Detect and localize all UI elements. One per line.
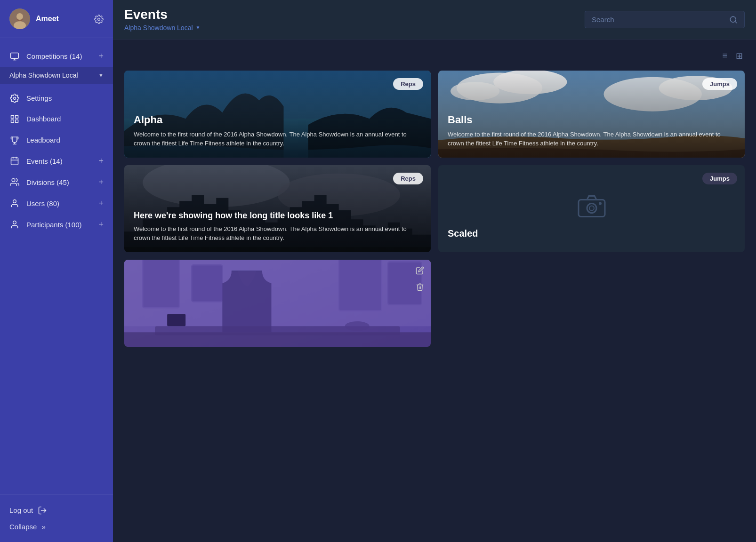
svg-point-16	[12, 179, 15, 182]
svg-point-17	[13, 200, 16, 203]
participants-add-icon[interactable]: +	[98, 220, 104, 230]
svg-line-21	[735, 21, 736, 23]
svg-rect-10	[11, 120, 14, 123]
card-content-balls: Balls Welcome to the first round of the …	[438, 71, 745, 158]
card-desc-balls: Welcome to the first round of the 2016 A…	[448, 130, 735, 148]
svg-point-36	[589, 206, 594, 211]
card-badge-alpha: Reps	[393, 78, 423, 90]
trophy-icon	[9, 135, 20, 145]
search-bar	[585, 11, 745, 28]
breadcrumb-chevron-icon: ▼	[196, 25, 201, 30]
settings-label: Settings	[26, 94, 104, 102]
svg-rect-8	[11, 116, 14, 119]
divisions-icon	[9, 177, 20, 187]
events-add-icon[interactable]: +	[98, 156, 104, 166]
divisions-add-icon[interactable]: +	[98, 177, 104, 187]
sidebar-item-users[interactable]: Users (80) +	[0, 193, 113, 214]
svg-point-3	[98, 18, 100, 20]
svg-point-37	[599, 202, 602, 205]
view-controls: ≡ ⊞	[124, 49, 745, 63]
gear-icon	[94, 15, 104, 24]
competitions-add-icon[interactable]: +	[98, 51, 104, 61]
logout-icon	[38, 506, 47, 515]
competitions-label: Competitions (14)	[26, 52, 92, 60]
delete-button[interactable]	[415, 282, 425, 295]
monitor-icon	[10, 52, 19, 61]
event-card-scaled[interactable]: Jumps Scaled	[438, 165, 745, 252]
participants-label: Participants (100)	[26, 221, 92, 229]
sidebar-dropdown: Alpha Showdown Local ▼	[0, 67, 113, 84]
card-row-clothing	[124, 260, 745, 347]
grid-view-button[interactable]: ⊞	[734, 49, 745, 63]
list-view-button[interactable]: ≡	[720, 49, 729, 63]
breadcrumb-label: Alpha Showdown Local	[124, 24, 193, 32]
card-actions	[415, 265, 425, 295]
collapse-button[interactable]: Collapse »	[9, 519, 104, 534]
event-card-long-title[interactable]: Reps Here we're showing how the long tit…	[124, 165, 431, 252]
sidebar: Ameet Competitions (14) + Alp	[0, 0, 113, 542]
camera-icon	[578, 194, 606, 223]
dashboard-label: Dashboard	[26, 115, 104, 123]
header: Events Alpha Showdown Local ▼	[113, 0, 756, 40]
avatar	[9, 8, 30, 29]
card-title-long-title: Here we're showing how the long title lo…	[134, 211, 421, 221]
sidebar-item-settings[interactable]: Settings	[0, 88, 113, 109]
event-card-balls[interactable]: Jumps Balls Welcome to the first round o…	[438, 71, 745, 158]
card-title-scaled: Scaled	[448, 228, 478, 239]
sidebar-item-events[interactable]: Events (14) +	[0, 151, 113, 172]
collapse-label: Collapse	[9, 523, 37, 531]
card-badge-balls: Jumps	[702, 78, 737, 90]
event-card-clothing[interactable]	[124, 260, 431, 347]
breadcrumb[interactable]: Alpha Showdown Local ▼	[124, 24, 200, 32]
sidebar-item-divisions[interactable]: Divisions (45) +	[0, 172, 113, 193]
dropdown-header[interactable]: Alpha Showdown Local ▼	[0, 67, 113, 84]
svg-rect-11	[16, 120, 18, 123]
leadboard-label: Leadboard	[26, 136, 104, 144]
svg-rect-4	[11, 53, 19, 58]
card-badge-long-title: Reps	[393, 173, 423, 184]
page-title: Events	[124, 8, 200, 22]
card-desc-alpha: Welcome to the first round of the 2016 A…	[134, 130, 421, 148]
competitions-icon	[9, 51, 20, 61]
sidebar-item-dashboard[interactable]: Dashboard	[0, 109, 113, 130]
profile-name: Ameet	[36, 15, 88, 23]
svg-rect-34	[579, 200, 605, 217]
main-content: Events Alpha Showdown Local ▼ ≡ ⊞	[113, 0, 756, 542]
participants-icon	[9, 220, 20, 230]
card-title-alpha: Alpha	[134, 114, 421, 126]
edit-button[interactable]	[415, 265, 425, 278]
card-content-long-title: Here we're showing how the long title lo…	[124, 165, 431, 252]
search-input[interactable]	[592, 16, 724, 24]
dropdown-label: Alpha Showdown Local	[9, 72, 95, 79]
chevron-down-icon: ▼	[98, 72, 104, 78]
svg-point-35	[587, 204, 596, 213]
card-badge-scaled: Jumps	[702, 173, 737, 184]
events-label: Events (14)	[26, 157, 92, 165]
dashboard-icon	[9, 114, 20, 124]
svg-point-18	[13, 221, 16, 224]
events-icon	[9, 156, 20, 166]
sidebar-item-competitions[interactable]: Competitions (14) +	[0, 46, 113, 67]
avatar-image	[9, 8, 30, 29]
profile-settings-icon[interactable]	[94, 14, 104, 24]
cards-grid: Reps Alpha Welcome to the first round of…	[124, 71, 745, 252]
sidebar-profile: Ameet	[0, 0, 113, 38]
sidebar-item-participants[interactable]: Participants (100) +	[0, 214, 113, 235]
sidebar-nav: Competitions (14) + Alpha Showdown Local…	[0, 38, 113, 494]
divisions-label: Divisions (45)	[26, 178, 92, 186]
svg-rect-12	[11, 158, 18, 165]
sidebar-footer: Log out Collapse »	[0, 494, 113, 542]
users-label: Users (80)	[26, 199, 92, 207]
logout-button[interactable]: Log out	[9, 502, 104, 519]
svg-point-7	[14, 97, 16, 99]
search-icon	[729, 15, 738, 24]
users-add-icon[interactable]: +	[98, 199, 104, 208]
logout-label: Log out	[9, 506, 33, 514]
settings-icon	[9, 93, 20, 103]
collapse-icon: »	[41, 523, 45, 531]
card-content-alpha: Alpha Welcome to the first round of the …	[124, 71, 431, 158]
event-card-alpha[interactable]: Reps Alpha Welcome to the first round of…	[124, 71, 431, 158]
sidebar-item-leadboard[interactable]: Leadboard	[0, 129, 113, 151]
clothing-purple-overlay	[124, 260, 431, 347]
card-desc-long-title: Welcome to the first round of the 2016 A…	[134, 224, 421, 243]
